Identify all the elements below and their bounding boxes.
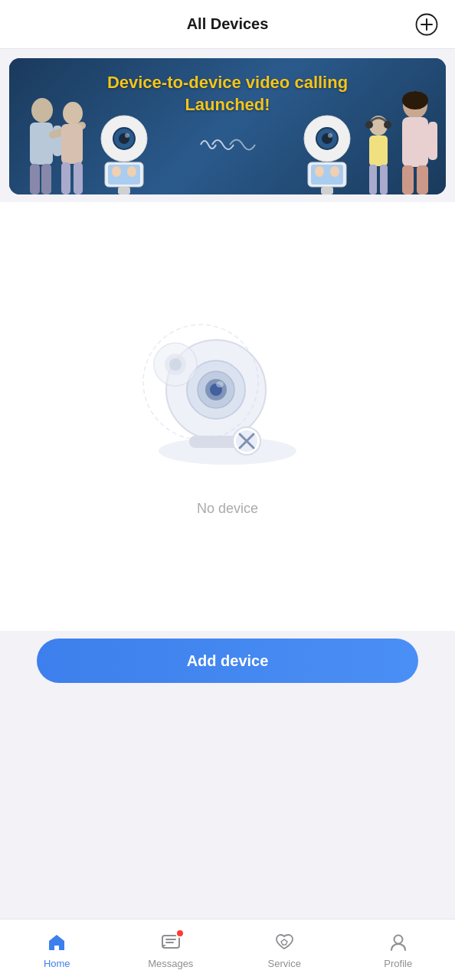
add-device-button[interactable]: Add device [37,639,418,683]
home-icon-wrap [44,930,69,955]
messages-badge [175,929,185,938]
add-device-icon-button[interactable] [414,11,440,38]
plus-circle-icon [415,13,438,36]
nav-item-service[interactable]: Service [246,930,322,969]
add-device-button-label: Add device [187,652,269,670]
no-device-svg [136,317,319,485]
add-button-container: Add device [0,639,455,698]
svg-rect-12 [74,162,83,194]
svg-rect-33 [369,165,377,194]
no-device-illustration [136,317,319,485]
banner-title-line2: Launched! [9,94,446,116]
no-device-label: No device [197,501,258,517]
home-icon [46,932,67,953]
svg-point-16 [125,133,129,138]
svg-point-42 [384,121,391,129]
banner-background: Device-to-device video calling Launched! [9,58,446,194]
device-list-area: No device [0,202,455,631]
svg-point-62 [394,936,402,944]
messages-icon-wrap [159,930,183,955]
svg-rect-59 [162,936,179,948]
svg-rect-30 [321,187,333,194]
nav-item-profile[interactable]: Profile [360,930,437,969]
svg-rect-39 [402,165,414,194]
svg-point-20 [127,166,136,177]
service-icon-wrap [272,930,296,955]
svg-rect-40 [417,165,428,194]
svg-rect-7 [41,164,51,194]
promo-banner[interactable]: Device-to-device video calling Launched! [9,58,446,194]
banner-text: Device-to-device video calling Launched! [9,72,446,116]
nav-label-home: Home [44,958,70,969]
profile-icon [388,932,409,953]
sound-waves [197,133,258,156]
svg-point-28 [315,166,324,177]
main-content: Device-to-device video calling Launched! [0,58,455,767]
svg-rect-10 [61,124,83,164]
svg-point-19 [112,166,121,177]
svg-rect-4 [30,122,53,165]
svg-rect-11 [61,162,70,194]
header: All Devices [0,0,455,49]
svg-rect-21 [118,187,130,194]
svg-rect-32 [369,136,388,166]
camera-left [93,106,155,194]
svg-point-58 [169,358,182,371]
svg-rect-34 [380,165,388,194]
page-title: All Devices [187,15,269,33]
svg-point-49 [216,381,224,387]
nav-label-service: Service [268,958,301,969]
nav-label-profile: Profile [384,958,412,969]
nav-item-home[interactable]: Home [18,930,95,969]
banner-title-line1: Device-to-device video calling [9,72,446,94]
svg-rect-6 [30,164,40,194]
camera-right [296,106,358,194]
svg-rect-38 [428,122,437,160]
bottom-navigation: Home Messages Service [0,919,455,980]
svg-point-41 [365,121,373,129]
svg-rect-37 [402,117,428,167]
svg-point-25 [328,133,332,138]
profile-icon-wrap [386,930,411,955]
nav-item-messages[interactable]: Messages [133,930,209,969]
svg-point-29 [330,166,339,177]
service-icon [273,932,295,953]
nav-label-messages: Messages [148,958,193,969]
